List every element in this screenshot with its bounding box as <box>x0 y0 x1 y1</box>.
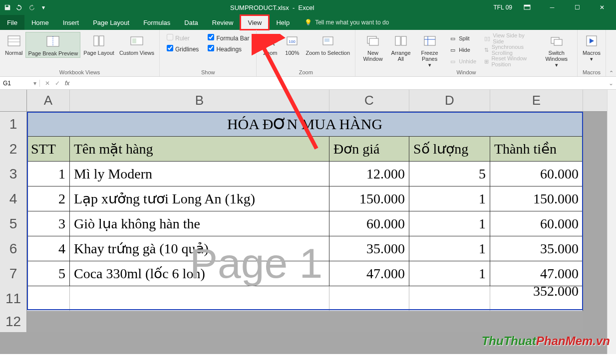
cell[interactable] <box>70 286 329 311</box>
name-box[interactable]: G1▾ <box>0 80 40 87</box>
split-button[interactable]: ▭Split <box>449 33 476 44</box>
tab-data[interactable]: Data <box>177 15 205 30</box>
tab-review[interactable]: Review <box>205 15 241 30</box>
headings-checkbox[interactable]: Headings <box>208 45 249 53</box>
row-header-3[interactable]: 3 <box>0 162 27 186</box>
collapse-ribbon-icon[interactable]: ⌃ <box>606 30 616 76</box>
row-header-4[interactable]: 4 <box>0 186 27 211</box>
undo-icon[interactable] <box>15 3 24 12</box>
switch-windows-button[interactable]: Switch Windows ▾ <box>539 32 574 69</box>
cell[interactable]: 60.000 <box>490 162 583 186</box>
fx-icon[interactable]: fx <box>65 80 69 87</box>
cell[interactable]: 5 <box>27 261 70 286</box>
zoom-100-button[interactable]: 100100% <box>282 32 303 57</box>
cell[interactable]: Khay trứng gà (10 quả) <box>70 236 329 261</box>
cell[interactable]: Mì ly Modern <box>70 162 329 186</box>
cell[interactable]: Lạp xưởng tươi Long An (1kg) <box>70 186 329 211</box>
cell[interactable]: 1 <box>409 261 490 286</box>
tab-file[interactable]: File <box>0 15 24 30</box>
cell[interactable]: Thành tiền <box>490 137 583 162</box>
cell[interactable]: Giò lụa không hàn the <box>70 211 329 236</box>
cell[interactable]: 3 <box>27 211 70 236</box>
chevron-down-icon[interactable]: ▾ <box>33 80 36 87</box>
hide-button[interactable]: ▭Hide <box>449 44 476 55</box>
row-header-11[interactable]: 11 <box>0 286 27 311</box>
col-header-C[interactable]: C <box>329 90 409 111</box>
enter-formula-icon: ✓ <box>55 80 60 87</box>
row-header-12[interactable]: 12 <box>0 311 27 332</box>
macros-button[interactable]: Macros ▾ <box>581 32 603 63</box>
row-header-1[interactable]: 1 <box>0 112 27 137</box>
qat-dropdown-icon[interactable]: ▾ <box>39 3 48 12</box>
tab-insert[interactable]: Insert <box>56 15 86 30</box>
cell[interactable]: Tên mặt hàng <box>70 137 329 162</box>
page-layout-button[interactable]: Page Layout <box>81 32 116 57</box>
maximize-icon[interactable]: ☐ <box>567 0 587 15</box>
cell[interactable]: 150.000 <box>490 186 583 211</box>
ribbon-options-icon[interactable] <box>517 0 537 15</box>
cell[interactable]: Số lượng <box>409 137 490 162</box>
cell[interactable]: STT <box>27 137 70 162</box>
row-header-5[interactable]: 5 <box>0 211 27 236</box>
worksheet-area[interactable]: A B C D E 1 HÓA ĐƠN MUA HÀNG 2 STT Tên m… <box>0 90 616 354</box>
col-header-B[interactable]: B <box>70 90 329 111</box>
cell[interactable]: 47.000 <box>329 261 409 286</box>
arrange-all-button[interactable]: Arrange All <box>388 32 413 63</box>
cell[interactable]: 35.000 <box>329 236 409 261</box>
normal-view-button[interactable]: Normal <box>3 32 24 57</box>
col-header-E[interactable]: E <box>490 90 583 111</box>
new-window-button[interactable]: New Window <box>358 32 387 63</box>
close-icon[interactable]: ✕ <box>592 0 612 15</box>
cell[interactable]: 1 <box>409 186 490 211</box>
cell[interactable] <box>27 311 70 332</box>
tell-me[interactable]: 💡 Tell me what you want to do <box>297 15 389 30</box>
minimize-icon[interactable]: ─ <box>542 0 562 15</box>
user-name[interactable]: TFL 09 <box>493 4 512 11</box>
cell[interactable]: 60.000 <box>329 211 409 236</box>
zoom-to-selection-button[interactable]: Zoom to Selection <box>304 32 352 57</box>
zoom-button[interactable]: Zoom <box>260 32 281 57</box>
cell[interactable] <box>329 311 409 332</box>
cell[interactable]: 47.000 <box>490 261 583 286</box>
cell[interactable] <box>409 311 490 332</box>
tab-help[interactable]: Help <box>269 15 297 30</box>
tab-view[interactable]: View <box>240 15 269 30</box>
cell[interactable]: 1 <box>409 236 490 261</box>
cell[interactable] <box>70 311 329 332</box>
cell[interactable]: 5 <box>409 162 490 186</box>
col-header-A[interactable]: A <box>27 90 70 111</box>
row-header-6[interactable]: 6 <box>0 236 27 261</box>
expand-formula-bar-icon[interactable]: ⌄ <box>606 80 616 87</box>
tab-page-layout[interactable]: Page Layout <box>86 15 136 30</box>
redo-icon[interactable] <box>27 3 36 12</box>
cell[interactable]: Đơn giá <box>329 137 409 162</box>
cell[interactable]: 1 <box>27 162 70 186</box>
row-header-7[interactable]: 7 <box>0 261 27 286</box>
cell[interactable] <box>329 286 409 311</box>
cell[interactable]: 12.000 <box>329 162 409 186</box>
select-all-corner[interactable] <box>0 90 27 111</box>
cell[interactable]: 4 <box>27 236 70 261</box>
col-header-D[interactable]: D <box>409 90 490 111</box>
tab-formulas[interactable]: Formulas <box>136 15 177 30</box>
cell[interactable] <box>27 286 70 311</box>
formula-bar-checkbox[interactable]: Formula Bar <box>208 34 249 42</box>
cell[interactable]: 1 <box>409 211 490 236</box>
gridlines-checkbox[interactable]: Gridlines <box>167 45 199 53</box>
cell[interactable]: 2 <box>27 186 70 211</box>
cell[interactable] <box>490 311 583 332</box>
cell[interactable] <box>409 286 490 311</box>
save-icon[interactable] <box>3 3 12 12</box>
freeze-panes-button[interactable]: Freeze Panes ▾ <box>414 32 445 69</box>
cell[interactable]: 352.000 <box>490 286 583 311</box>
cell[interactable]: 35.000 <box>490 236 583 261</box>
row-header-2[interactable]: 2 <box>0 137 27 162</box>
vertical-scrollbar[interactable] <box>607 90 616 354</box>
custom-views-button[interactable]: Custom Views <box>117 32 156 57</box>
cell[interactable]: Coca 330ml (lốc 6 lon) <box>70 261 329 286</box>
cell[interactable]: 60.000 <box>490 211 583 236</box>
cell[interactable]: 150.000 <box>329 186 409 211</box>
page-break-preview-button[interactable]: Page Break Preview <box>25 32 80 58</box>
title-cell[interactable]: HÓA ĐƠN MUA HÀNG <box>27 112 583 137</box>
tab-home[interactable]: Home <box>24 15 56 30</box>
